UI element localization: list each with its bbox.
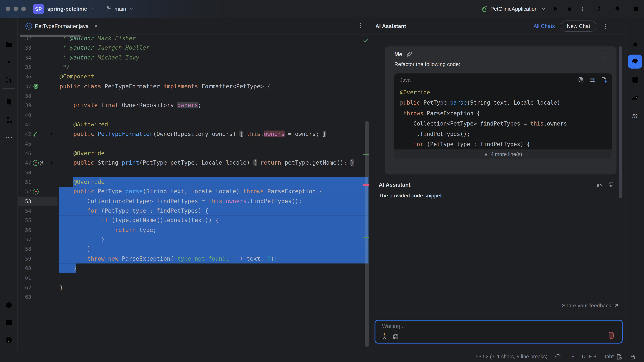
gutter[interactable]: 57 xyxy=(18,235,60,244)
code-line-60[interactable]: 60 } xyxy=(18,264,371,273)
gutter[interactable]: 33 xyxy=(18,43,60,53)
prompt-library-icon[interactable] xyxy=(381,333,388,340)
window-minimize-dot[interactable] xyxy=(14,6,18,11)
gutter[interactable]: 45 xyxy=(18,139,60,148)
code-line-56[interactable]: 56 return type; xyxy=(18,225,371,235)
gutter[interactable]: 32 xyxy=(18,34,60,43)
status-item-ai-swirl[interactable] xyxy=(555,354,561,360)
spring-autowire-gutter-icon[interactable] xyxy=(33,131,39,137)
gutter[interactable]: 36 xyxy=(18,72,60,81)
bookmark-icon[interactable] xyxy=(2,95,16,109)
at-sign-gutter-icon[interactable]: @ xyxy=(40,158,43,168)
gutter[interactable]: 55 xyxy=(18,216,60,225)
thumb-up-icon[interactable] xyxy=(596,182,602,188)
window-zoom-dot[interactable] xyxy=(21,6,26,11)
chat-scrollbar[interactable] xyxy=(619,46,622,198)
folder-icon[interactable] xyxy=(2,37,16,51)
settings-button[interactable] xyxy=(630,3,642,14)
tab-pettypeformatter[interactable]: C PetTypeFormatter.java xyxy=(18,17,102,35)
code-line-57[interactable]: 57 } xyxy=(18,235,371,244)
gutter[interactable]: 42 xyxy=(18,129,60,139)
gutter[interactable]: 62 xyxy=(18,283,60,292)
close-icon[interactable] xyxy=(93,23,98,29)
database-icon[interactable] xyxy=(628,72,642,86)
gutter[interactable]: 38 xyxy=(18,91,60,101)
gradle-icon[interactable] xyxy=(628,91,642,105)
share-feedback-link[interactable]: Share your feedback xyxy=(562,303,619,309)
more-h-icon[interactable] xyxy=(2,131,16,144)
code-line-53[interactable]: 53 Collection<PetType> findPetTypes = th… xyxy=(18,196,371,206)
code-line-35[interactable]: 35 */ xyxy=(18,62,371,72)
chat-input[interactable]: Waiting... xyxy=(374,320,622,344)
gutter[interactable]: 47@ xyxy=(18,158,60,168)
override-up-gutter-icon[interactable] xyxy=(33,160,38,166)
project-selector[interactable]: SP spring-petclinic xyxy=(33,4,96,14)
code-line-58[interactable]: 58 } xyxy=(18,244,371,254)
status-item[interactable]: LF xyxy=(568,354,574,360)
fold-chevron-icon[interactable] xyxy=(49,158,55,168)
code-line-41[interactable]: 41 @Autowired xyxy=(18,120,371,129)
code-line-52[interactable]: 52 public PetType parse(String text, Loc… xyxy=(18,187,371,196)
code-line-34[interactable]: 34 * @author Michael Isvy xyxy=(18,53,371,62)
search-everywhere-button[interactable] xyxy=(612,3,624,14)
gutter[interactable]: 61 xyxy=(18,273,60,283)
spring-bean-gutter-icon[interactable] xyxy=(33,83,39,89)
analysis-stripe-mark[interactable] xyxy=(363,184,369,186)
ai-assistant-icon[interactable] xyxy=(628,55,642,68)
code-line-33[interactable]: 33 * @author Juergen Hoeller xyxy=(18,43,371,53)
run-button[interactable] xyxy=(550,3,561,14)
code-line-42[interactable]: 42 public PetTypeFormatter(OwnerReposito… xyxy=(18,129,371,139)
override-up-gutter-icon[interactable] xyxy=(33,189,38,194)
gutter[interactable]: 54 xyxy=(18,206,60,216)
code-line-55[interactable]: 55 if (type.getName().equals(text)) { xyxy=(18,216,371,225)
create-file-icon[interactable] xyxy=(601,77,607,83)
code-line-50[interactable]: 50 xyxy=(18,168,371,177)
all-chats-link[interactable]: All Chats xyxy=(534,23,555,29)
terminal-icon[interactable] xyxy=(2,315,16,329)
analysis-stripe-mark[interactable] xyxy=(363,237,369,238)
insert-at-caret-icon[interactable] xyxy=(589,77,596,83)
bell-icon[interactable] xyxy=(628,37,642,51)
maven-icon[interactable]: m xyxy=(628,108,642,122)
message-options-icon[interactable] xyxy=(602,52,608,58)
services-icon[interactable] xyxy=(2,298,16,312)
code-line-32[interactable]: 32 * @author Mark Fisher xyxy=(18,34,371,43)
code-line-46[interactable]: 46 @Override xyxy=(18,148,371,158)
status-item[interactable]: 53:52 (311 chars, 9 line breaks) xyxy=(476,354,548,360)
fold-chevron-icon[interactable] xyxy=(49,129,55,139)
window-controls[interactable] xyxy=(6,6,26,11)
gutter[interactable]: 39 xyxy=(18,101,60,110)
code-line-47[interactable]: 47@ public String print(PetType petType,… xyxy=(18,158,371,168)
code-line-36[interactable]: 36@Component xyxy=(18,72,371,81)
code-line-51[interactable]: 51 @Override xyxy=(18,177,371,187)
gutter[interactable]: 34 xyxy=(18,53,60,62)
code-line-38[interactable]: 38 xyxy=(18,91,371,101)
pull-request-icon[interactable] xyxy=(2,72,16,86)
window-close-dot[interactable] xyxy=(6,6,10,11)
editor-options-icon[interactable] xyxy=(357,22,364,29)
gutter[interactable]: 60 xyxy=(18,264,60,273)
code-lines[interactable]: 32 * @author Mark Fisher33 * @author Jue… xyxy=(18,34,371,302)
code-line-54[interactable]: 54 for (PetType type : findPetTypes) { xyxy=(18,206,371,216)
code-line-61[interactable]: 61 xyxy=(18,273,371,283)
gutter[interactable]: 37 xyxy=(18,81,60,91)
stop-generating-button[interactable] xyxy=(608,332,614,339)
gutter[interactable]: 59 xyxy=(18,254,60,264)
save-chat-icon[interactable] xyxy=(392,334,399,340)
code-line-45[interactable]: 45 xyxy=(18,139,371,148)
gutter[interactable]: 40 xyxy=(18,110,60,120)
new-chat-button[interactable]: New Chat xyxy=(561,20,596,31)
status-item-unlock[interactable] xyxy=(630,354,636,360)
gutter[interactable]: 46 xyxy=(18,148,60,158)
gutter[interactable]: 41 xyxy=(18,120,60,129)
code-line-63[interactable]: 63 xyxy=(18,292,371,302)
problems-icon[interactable] xyxy=(2,333,16,347)
thumb-down-icon[interactable] xyxy=(608,182,614,188)
code-line-59[interactable]: 59 throw new ParseException("type not fo… xyxy=(18,254,371,264)
gutter[interactable]: 56 xyxy=(18,225,60,235)
gutter[interactable]: 58 xyxy=(18,244,60,254)
commit-icon[interactable] xyxy=(2,55,16,69)
status-item-tab*[interactable]: Tab* xyxy=(604,354,622,360)
gutter[interactable]: 52 xyxy=(18,187,60,196)
code-line-39[interactable]: 39 private final OwnerRepository owners; xyxy=(18,101,371,110)
